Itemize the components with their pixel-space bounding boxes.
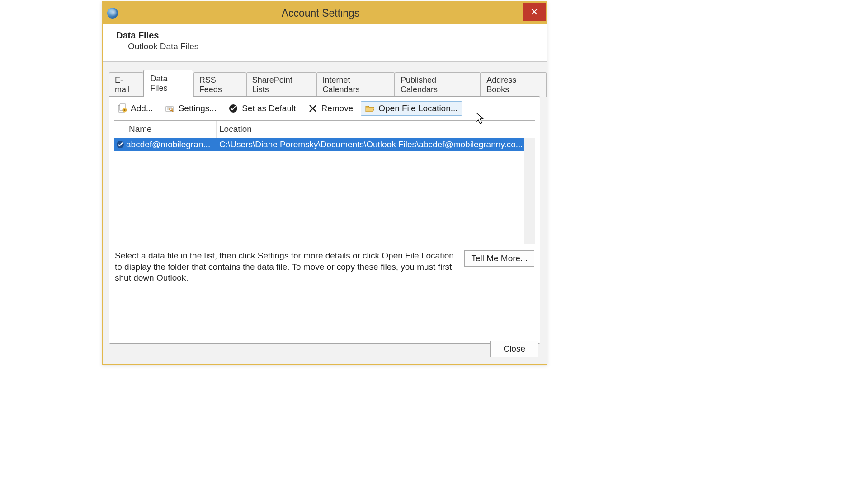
data-files-list[interactable]: Name Location abcdef@mobilegran... C:\Us… bbox=[114, 120, 535, 244]
tab-panel-data-files: Add... Settings... Set as Default Remove bbox=[109, 96, 540, 344]
column-location[interactable]: Location bbox=[217, 121, 535, 138]
hint-row: Select a data file in the list, then cli… bbox=[109, 244, 540, 284]
close-button[interactable]: Close bbox=[490, 341, 538, 357]
settings-label: Settings... bbox=[179, 103, 217, 113]
column-name[interactable]: Name bbox=[126, 121, 217, 138]
account-settings-dialog: Account Settings Data Files Outlook Data… bbox=[102, 1, 547, 365]
column-icon[interactable] bbox=[114, 121, 126, 138]
add-label: Add... bbox=[131, 103, 153, 113]
tab-address-books[interactable]: Address Books bbox=[481, 72, 547, 97]
open-file-location-label: Open File Location... bbox=[378, 103, 458, 113]
hint-text: Select a data file in the list, then cli… bbox=[115, 250, 456, 284]
remove-button[interactable]: Remove bbox=[304, 101, 358, 116]
app-icon bbox=[107, 8, 118, 19]
tab-rss-feeds[interactable]: RSS Feeds bbox=[193, 72, 246, 97]
check-circle-icon bbox=[228, 103, 238, 113]
set-default-button[interactable]: Set as Default bbox=[224, 101, 300, 116]
set-default-label: Set as Default bbox=[242, 103, 296, 113]
list-body: abcdef@mobilegran... C:\Users\Diane Pore… bbox=[114, 138, 535, 244]
tabstrip: E-mail Data Files RSS Feeds SharePoint L… bbox=[103, 70, 547, 97]
window-title: Account Settings bbox=[118, 7, 523, 19]
remove-label: Remove bbox=[321, 103, 354, 113]
data-files-toolbar: Add... Settings... Set as Default Remove bbox=[109, 97, 540, 120]
page-title: Data Files bbox=[116, 30, 533, 41]
row-location: C:\Users\Diane Poremsky\Documents\Outloo… bbox=[217, 140, 535, 150]
tab-published-calendars[interactable]: Published Calendars bbox=[395, 72, 481, 97]
default-indicator-icon bbox=[114, 141, 126, 149]
close-icon bbox=[531, 9, 538, 15]
tab-internet-calendars[interactable]: Internet Calendars bbox=[316, 72, 395, 97]
vertical-scrollbar[interactable] bbox=[524, 138, 535, 244]
row-name: abcdef@mobilegran... bbox=[126, 140, 217, 150]
open-file-location-button[interactable]: Open File Location... bbox=[361, 101, 462, 116]
page-subtitle: Outlook Data Files bbox=[128, 42, 533, 52]
remove-icon bbox=[308, 103, 318, 113]
list-row[interactable]: abcdef@mobilegran... C:\Users\Diane Pore… bbox=[114, 138, 535, 151]
dialog-footer: Close bbox=[490, 341, 538, 357]
close-window-button[interactable] bbox=[523, 3, 546, 21]
add-icon bbox=[117, 103, 127, 113]
header: Data Files Outlook Data Files bbox=[103, 24, 547, 62]
tab-sharepoint-lists[interactable]: SharePoint Lists bbox=[246, 72, 317, 97]
settings-button[interactable]: Settings... bbox=[161, 101, 221, 116]
folder-open-icon bbox=[365, 103, 375, 113]
titlebar: Account Settings bbox=[103, 2, 547, 24]
tab-data-files[interactable]: Data Files bbox=[143, 70, 193, 97]
tell-me-more-button[interactable]: Tell Me More... bbox=[464, 250, 534, 267]
settings-icon bbox=[165, 103, 175, 113]
add-button[interactable]: Add... bbox=[113, 101, 157, 116]
list-header: Name Location bbox=[114, 121, 535, 138]
tab-email[interactable]: E-mail bbox=[109, 72, 143, 97]
